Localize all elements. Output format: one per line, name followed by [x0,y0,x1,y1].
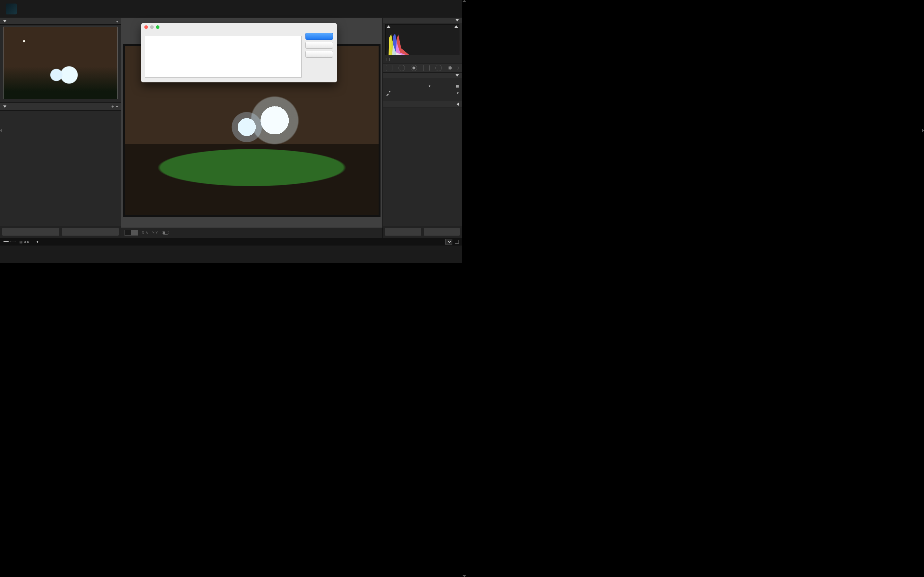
previous-button[interactable] [384,227,422,236]
chevron-updown-icon[interactable]: ▾ [457,91,459,95]
develop-tools [383,63,462,73]
window-min-icon [150,25,153,29]
window-zoom-icon[interactable] [156,25,160,29]
expand-left-icon[interactable] [0,128,2,133]
clip-highlight-icon[interactable] [454,25,458,28]
status-bar: ▦ ◀ ▶ ▾ [0,238,462,245]
profile-row[interactable]: ▾ ▦ [383,83,462,89]
brush-tool-icon[interactable] [448,66,459,70]
wb-row[interactable]: ▾ [393,90,462,96]
disclosure-icon [3,105,6,108]
navigator-zoom[interactable]: ◂ [106,19,118,23]
right-buttons [383,226,462,238]
spot-tool-icon[interactable] [399,65,405,71]
navigator-preview[interactable] [3,27,118,99]
soft-proof-switch[interactable] [162,231,169,235]
left-panel: ◂ + •• [0,18,121,238]
add-preset-icon[interactable]: + [111,104,114,109]
dialog-close-button[interactable] [305,33,333,40]
filter-lock-icon[interactable] [455,240,459,243]
paste-settings-button[interactable] [61,227,120,236]
disclosure-icon [3,20,6,23]
app-titlebar [0,0,462,18]
checkbox-icon[interactable] [387,58,390,61]
navigator-header[interactable]: ◂ [0,18,121,25]
view-before-after-toggle[interactable] [124,230,138,235]
basic-header[interactable] [383,73,462,78]
dialog-meta [145,33,302,34]
treatment-row [383,78,462,83]
filmstrip-nav[interactable]: ▦ ◀ ▶ [19,240,29,244]
presets-list [0,111,121,226]
disclosure-icon [456,74,459,77]
filter-select[interactable] [445,239,452,245]
right-panel: ▾ ▦ ▾ [383,18,462,238]
disclosure-icon [456,19,459,21]
redeye-tool-icon[interactable] [411,65,417,71]
develop-toolbar: R|A Y|Y [121,227,383,238]
crop-tool-icon[interactable] [386,65,393,71]
radial-tool-icon[interactable] [435,65,442,71]
view-ra[interactable]: R|A [142,231,148,235]
filmstrip[interactable] [0,245,462,263]
profile-grid-icon[interactable]: ▦ [456,84,459,88]
path-crumb[interactable]: ▾ [33,240,39,244]
left-buttons [0,226,121,238]
reset-button[interactable] [423,227,460,236]
window-close-icon[interactable] [144,25,148,29]
histogram[interactable] [385,24,459,55]
dialog-chrome [141,23,337,31]
chevron-icon[interactable]: ◂ [116,19,118,23]
preset-menu-icon[interactable]: •• [116,104,118,109]
dialog-saveas-button[interactable] [305,51,333,58]
secondary-display-pages[interactable] [3,241,16,242]
tonecurve-header[interactable] [383,101,462,107]
chevron-down-icon[interactable]: ▾ [429,84,431,88]
app-logo [6,3,17,15]
view-yy[interactable]: Y|Y [152,231,158,235]
original-photo-row[interactable] [383,57,462,63]
histogram-header[interactable] [383,18,462,23]
grad-tool-icon[interactable] [423,65,430,71]
dialog-copy-button[interactable] [305,42,333,49]
disclosure-icon [455,103,459,106]
presets-header[interactable]: + •• [0,102,121,111]
copy-settings-button[interactable] [2,227,60,236]
clip-shadow-icon[interactable] [387,25,391,28]
system-info-text[interactable] [145,36,302,77]
system-info-dialog [141,23,337,82]
eyedropper-icon[interactable] [385,89,393,97]
